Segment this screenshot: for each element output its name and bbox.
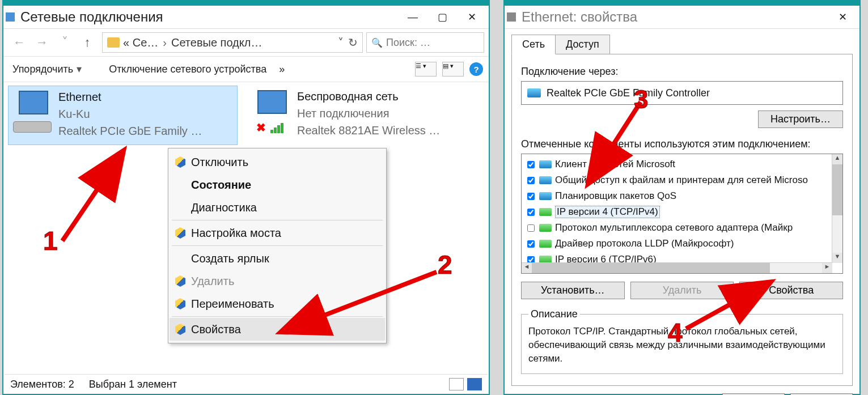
close-button-right[interactable]: ✕: [828, 7, 857, 27]
status-selected: Выбран 1 элемент: [89, 379, 177, 390]
component-checkbox[interactable]: [527, 193, 535, 200]
wireless-adapter-icon: ✖: [252, 90, 291, 135]
ctx-diag[interactable]: Диагностика: [170, 196, 385, 219]
remove-button: Удалить: [630, 282, 734, 299]
configure-button[interactable]: Настроить…: [758, 111, 843, 128]
overflow-button[interactable]: »: [276, 61, 288, 78]
component-item[interactable]: Общий доступ к файлам и принтерам для се…: [523, 172, 841, 188]
address-bar[interactable]: « Се… › Сетевые подкл… ˅ ↻: [102, 32, 363, 53]
network-folder-icon: [6, 12, 15, 22]
vscrollbar[interactable]: ▲▼: [832, 154, 842, 263]
conn2-name: Беспроводная сеть: [297, 88, 440, 105]
shield-icon: [175, 275, 185, 287]
search-icon: 🔍: [371, 37, 383, 48]
titlebar-right[interactable]: Ethernet: свойства ✕: [505, 6, 859, 29]
search-box[interactable]: 🔍 Поиск: …: [366, 32, 484, 53]
callout-3: 3: [634, 84, 649, 114]
component-icon: [539, 224, 552, 232]
forward-button[interactable]: →: [31, 31, 53, 54]
back-button[interactable]: ←: [8, 31, 31, 54]
callout-4: 4: [668, 317, 683, 348]
component-icon: [539, 160, 552, 168]
component-checkbox[interactable]: [527, 209, 535, 216]
view-large-button[interactable]: ☰ ▾: [415, 62, 437, 77]
organize-button[interactable]: Упорядочить▾: [9, 61, 85, 78]
up-button[interactable]: ↑: [76, 31, 99, 54]
recent-button[interactable]: ˅: [53, 31, 76, 54]
shield-icon: [175, 227, 185, 239]
description-legend: Описание: [528, 308, 580, 320]
ctx-properties[interactable]: Свойства: [170, 318, 385, 341]
shield-icon: [175, 298, 185, 309]
view-details-button[interactable]: ▤ ▾: [442, 62, 464, 77]
component-icon: [539, 208, 552, 216]
titlebar-left[interactable]: Сетевые подключения — ▢ ✕: [3, 6, 489, 29]
tab-network[interactable]: Сеть: [511, 35, 556, 54]
component-label: Клиент для сетей Microsoft: [555, 159, 675, 170]
properties-button[interactable]: Свойства: [739, 282, 843, 299]
window-title-right: Ethernet: свойства: [522, 9, 637, 25]
shield-icon: [175, 156, 185, 168]
help-icon[interactable]: ?: [469, 62, 483, 76]
install-button[interactable]: Установить…: [521, 282, 625, 299]
component-item[interactable]: Протокол мультиплексора сетевого адаптер…: [523, 220, 841, 236]
conn1-network: Ku-Ku: [58, 105, 202, 122]
component-label: Драйвер протокола LLDP (Майкрософт): [555, 238, 734, 249]
context-menu: Отключить Состояние Диагностика Настройк…: [168, 148, 387, 343]
component-item[interactable]: Клиент для сетей Microsoft: [523, 156, 841, 172]
tab-access[interactable]: Доступ: [555, 35, 610, 54]
conn1-name: Ethernet: [58, 88, 202, 105]
ctx-rename[interactable]: Переименовать: [170, 292, 385, 315]
component-item[interactable]: Драйвер протокола LLDP (Майкрософт): [523, 236, 841, 252]
ctx-shortcut[interactable]: Создать ярлык: [170, 247, 385, 270]
components-label: Отмеченные компоненты используются этим …: [521, 138, 843, 150]
component-checkbox[interactable]: [527, 161, 535, 168]
minimize-button[interactable]: —: [398, 7, 427, 27]
shield-icon: [175, 324, 185, 335]
conn2-status: Нет подключения: [297, 105, 440, 122]
component-checkbox[interactable]: [527, 240, 535, 248]
network-connections-window: Сетевые подключения — ▢ ✕ ← → ˅ ↑ « Се… …: [2, 0, 490, 395]
hscrollbar[interactable]: ◄►: [522, 262, 832, 273]
conn2-device: Realtek 8821AE Wireless …: [297, 122, 440, 139]
crumb-2[interactable]: Сетевые подкл…: [171, 36, 262, 49]
component-checkbox[interactable]: [527, 224, 535, 232]
conn1-device: Realtek PCIe GbE Family …: [58, 122, 202, 139]
component-label: Протокол мультиплексора сетевого адаптер…: [555, 222, 793, 233]
refresh-icon[interactable]: ↻: [348, 36, 358, 49]
nic-icon: [527, 88, 541, 97]
callout-1: 1: [43, 226, 58, 256]
window-title-left: Сетевые подключения: [20, 9, 163, 25]
adapter-icon: [507, 12, 516, 22]
status-count: Элементов: 2: [10, 379, 74, 390]
close-button[interactable]: ✕: [457, 7, 486, 27]
command-bar: Упорядочить▾ Отключение сетевого устройс…: [3, 57, 489, 82]
component-icon: [539, 240, 552, 248]
crumb-1[interactable]: « Се…: [123, 36, 158, 49]
component-item[interactable]: IP версии 4 (TCP/IPv4): [523, 204, 841, 220]
ctx-disable[interactable]: Отключить: [170, 151, 385, 173]
search-placeholder: Поиск: …: [386, 37, 430, 49]
connection-wireless[interactable]: ✖ Беспроводная сеть Нет подключения Real…: [247, 86, 477, 145]
component-icon: [539, 176, 552, 184]
component-item[interactable]: Планировщик пакетов QoS: [523, 188, 841, 204]
ctx-bridge[interactable]: Настройка моста: [170, 222, 385, 244]
connection-ethernet[interactable]: Ethernet Ku-Ku Realtek PCIe GbE Family …: [8, 86, 238, 145]
adapter-name: Realtek PCIe GbE Family Controller: [547, 87, 710, 99]
component-label: Планировщик пакетов QoS: [555, 190, 676, 202]
components-listbox[interactable]: Клиент для сетей MicrosoftОбщий доступ к…: [521, 154, 843, 274]
connections-area[interactable]: Ethernet Ku-Ku Realtek PCIe GbE Family ……: [3, 82, 489, 375]
navigation-bar: ← → ˅ ↑ « Се… › Сетевые подкл… ˅ ↻ 🔍 Пои…: [3, 29, 489, 57]
view-list-icon[interactable]: [467, 378, 482, 390]
ctx-delete: Удалить: [170, 270, 385, 292]
component-checkbox[interactable]: [527, 177, 535, 184]
disable-device-button[interactable]: Отключение сетевого устройства: [105, 61, 270, 78]
component-label: IP версии 4 (TCP/IPv4): [555, 206, 660, 218]
maximize-button[interactable]: ▢: [427, 7, 457, 27]
connect-via-label: Подключение через:: [521, 66, 843, 78]
component-icon: [539, 192, 552, 200]
address-chevron[interactable]: ˅: [338, 36, 344, 49]
view-tiles-icon[interactable]: [449, 378, 464, 390]
adapter-box[interactable]: Realtek PCIe GbE Family Controller: [521, 81, 843, 105]
ctx-status[interactable]: Состояние: [170, 173, 385, 196]
